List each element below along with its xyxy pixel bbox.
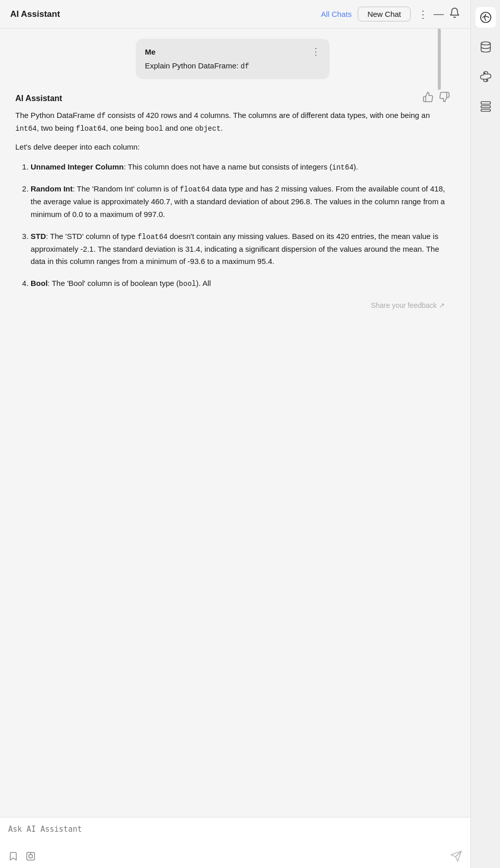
- ai-response-actions: [422, 91, 450, 105]
- header: AI Assistant All Chats New Chat ⋮ —: [0, 0, 470, 29]
- sidebar-python-icon[interactable]: [476, 66, 496, 87]
- scrollbar-thumb[interactable]: [438, 29, 441, 90]
- list-item: STD: The 'STD' column of type float64 do…: [31, 230, 450, 269]
- more-options-button[interactable]: ⋮: [418, 8, 429, 20]
- list-item-2-text: : The 'Random Int' column is of float64 …: [31, 184, 445, 219]
- share-feedback: Share your feedback ↗: [15, 297, 450, 310]
- user-message-menu-button[interactable]: ⋮: [311, 46, 320, 57]
- svg-rect-10: [481, 109, 490, 111]
- svg-point-6: [484, 73, 485, 74]
- svg-rect-1: [29, 855, 33, 858]
- user-message-wrapper: Me ⋮ Explain Python DataFrame: df: [10, 39, 455, 79]
- list-item: Bool: The 'Bool' column is of boolean ty…: [31, 277, 450, 290]
- sidebar-ai-assistant-icon[interactable]: [476, 7, 496, 28]
- ai-name: AI Assistant: [15, 94, 62, 103]
- main-area: AI Assistant All Chats New Chat ⋮ — Me ⋮…: [0, 0, 470, 868]
- list-item-4-text: : The 'Bool' column is of boolean type (…: [47, 279, 211, 287]
- input-area: [0, 817, 470, 868]
- list-item-3-bold: STD: [31, 232, 46, 240]
- minimize-button[interactable]: —: [434, 8, 444, 20]
- svg-point-5: [481, 42, 490, 45]
- ai-column-list: Unnamed Integer Column: This column does…: [31, 161, 450, 290]
- user-name: Me: [145, 47, 156, 56]
- right-sidebar: [470, 0, 500, 868]
- svg-rect-8: [481, 102, 490, 104]
- list-item-2-bold: Random Int: [31, 184, 73, 193]
- ai-response-body: The Python DataFrame df consists of 420 …: [15, 109, 450, 290]
- ai-delve-text: Let's delve deeper into each column:: [15, 141, 450, 154]
- share-feedback-link[interactable]: Share your feedback ↗: [371, 301, 445, 309]
- list-item-1-bold: Unnamed Integer Column: [31, 162, 124, 171]
- ai-response: AI Assistant: [10, 91, 455, 310]
- list-item-4-bold: Bool: [31, 279, 47, 287]
- notifications-button[interactable]: [449, 7, 460, 21]
- ai-intro-text: The Python DataFrame df consists of 420 …: [15, 109, 450, 135]
- chat-area: Me ⋮ Explain Python DataFrame: df AI Ass…: [0, 29, 470, 817]
- ai-response-header: AI Assistant: [15, 91, 450, 105]
- list-item-3-text: : The 'STD' column of type float64 doesn…: [31, 232, 439, 266]
- thumbs-up-button[interactable]: [422, 91, 434, 105]
- input-footer: [8, 850, 462, 862]
- input-footer-left: [8, 851, 36, 861]
- new-chat-button[interactable]: New Chat: [358, 7, 411, 21]
- user-bubble-header: Me ⋮: [145, 46, 320, 57]
- bookmark-icon-button[interactable]: [8, 851, 18, 861]
- list-item: Random Int: The 'Random Int' column is o…: [31, 183, 450, 221]
- scrollbar-track[interactable]: [438, 29, 441, 807]
- list-item: Unnamed Integer Column: This column does…: [31, 161, 450, 174]
- list-item-1-text: : This column does not have a name but c…: [124, 162, 358, 171]
- svg-point-7: [486, 80, 487, 81]
- user-message-bubble: Me ⋮ Explain Python DataFrame: df: [136, 39, 330, 79]
- app-title: AI Assistant: [10, 9, 60, 19]
- send-button[interactable]: [450, 850, 462, 862]
- save-icon-button[interactable]: [26, 851, 36, 861]
- sidebar-database-icon[interactable]: [476, 37, 496, 57]
- user-message-text: Explain Python DataFrame: df: [145, 60, 320, 72]
- chat-input[interactable]: [8, 825, 462, 843]
- all-chats-link[interactable]: All Chats: [321, 10, 352, 18]
- svg-rect-9: [481, 106, 490, 108]
- sidebar-layout-icon[interactable]: [476, 96, 496, 116]
